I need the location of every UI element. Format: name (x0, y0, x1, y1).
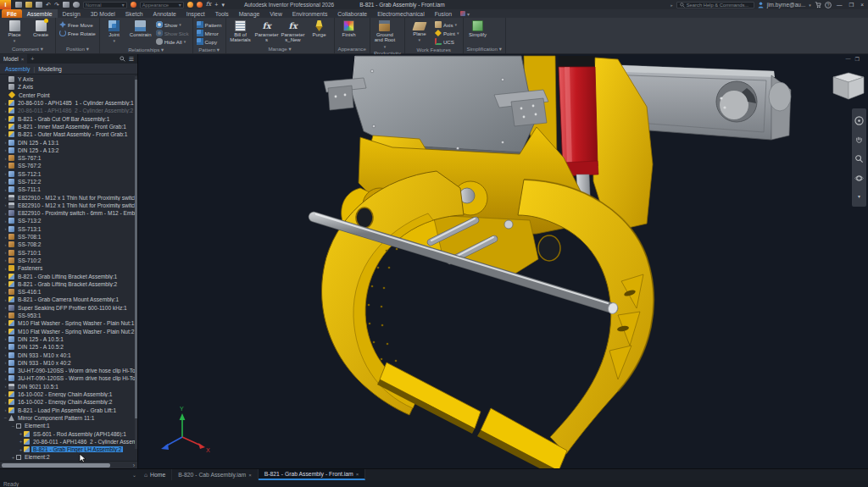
dropdown-chevron-icon[interactable]: ▾ (455, 22, 458, 27)
ribbon-button-free-rotate[interactable]: Free Rotate (58, 29, 97, 37)
tree-item[interactable]: ›B-821 - Load Pin Assembly - Grab Lift:1 (0, 406, 137, 413)
browser-menu-icon[interactable]: ☰ (129, 56, 134, 63)
ribbon-group-label-work-features[interactable]: Work Features (407, 46, 461, 54)
zoom-icon[interactable] (854, 154, 864, 163)
tree-expander-icon[interactable]: › (3, 180, 8, 185)
tree-item[interactable]: +Element:2 (0, 453, 137, 461)
ribbon-button-plane[interactable]: Plane▾ (407, 19, 432, 42)
ribbon-button-show[interactable]: Show▾ (154, 20, 191, 29)
tree-item[interactable]: Z Axis (0, 83, 137, 91)
tab-close-icon[interactable]: × (356, 472, 359, 477)
ribbon-tab-environments[interactable]: Environments (287, 9, 333, 18)
tree-item[interactable]: ›B-821 - Inner Mast Assembly - Front Gra… (0, 123, 137, 130)
tree-expander-icon[interactable]: › (3, 392, 8, 397)
tree-item[interactable]: ›B-821 - Grab Camera Mount Assembly:1 (0, 296, 137, 303)
tree-expander-icon[interactable]: › (3, 147, 8, 152)
ribbon-button-simplify[interactable]: Simplify (465, 19, 491, 37)
tree-expander-icon[interactable]: › (3, 336, 8, 341)
doc-restore-icon[interactable]: ❐ (855, 56, 860, 62)
ribbon-button-place[interactable]: Place▾ (2, 19, 27, 43)
ribbon-group-label-simplification[interactable]: Simplification ▾ (465, 45, 504, 53)
tree-expander-icon[interactable]: › (3, 368, 8, 374)
tab-close-icon[interactable]: × (248, 473, 252, 478)
ribbon-overflow-chevron-icon[interactable]: ▾ (467, 11, 470, 17)
ribbon-button-pattern[interactable]: Pattern (195, 20, 224, 29)
tree-item[interactable]: ›DIN 125 - A 13:1 (0, 138, 137, 146)
tree-item[interactable]: ›DIN 125 - A 10.5:2 (0, 343, 137, 351)
dropdown-chevron-icon[interactable]: ▾ (179, 22, 181, 27)
tree-expander-icon[interactable]: › (3, 297, 8, 302)
restore-button[interactable]: ❐ (847, 2, 855, 8)
dropdown-chevron-icon[interactable]: ▾ (419, 37, 421, 42)
ribbon-tab-3d-model[interactable]: 3D Model (86, 9, 120, 18)
tree-item[interactable]: ›SS-712:2 (0, 178, 137, 185)
tree-item[interactable]: ›20-86-011 - APH1486_2 - Cylinder Assemb… (0, 107, 137, 114)
tree-expander-icon[interactable]: › (3, 400, 8, 405)
tree-expander-icon[interactable]: › (3, 360, 8, 365)
tree-expander-icon[interactable]: › (3, 156, 8, 161)
tree-expander-icon[interactable]: › (3, 211, 8, 216)
tree-item[interactable]: ›SS-953:1 (0, 312, 137, 319)
ribbon-button-free-move[interactable]: Free Move (58, 20, 97, 29)
pan-icon[interactable] (854, 136, 864, 145)
ribbon-button-constrain[interactable]: Constrain (128, 19, 153, 37)
tree-item[interactable]: ›16-10-002 - Energy Chain Assembly:2 (0, 398, 137, 406)
ribbon-tab-tools[interactable]: Tools (210, 9, 234, 18)
browser-tab-add-icon[interactable]: + (27, 56, 37, 62)
tree-item[interactable]: ›E822910 - M12 x 1 Thin Nut for Proximit… (0, 202, 137, 209)
hscroll-right-arrow-icon[interactable]: › (133, 462, 137, 468)
tree-item[interactable]: ›SS-710:1 (0, 249, 137, 257)
help-icon[interactable]: ? (825, 2, 832, 8)
ribbon-tab-assemble[interactable]: Assemble (22, 9, 58, 18)
tree-item[interactable]: ›DIN 125 - A 10.5:1 (0, 335, 137, 343)
tree-item[interactable]: +20-86-011 - APH1486_2 - Cylinder Assemb… (0, 438, 137, 445)
tree-item[interactable]: ›Super Seaking DFP Profiler 600-1100 kHz… (0, 304, 137, 312)
tree-item[interactable]: ›SS-712:1 (0, 170, 137, 178)
tree-expander-icon[interactable]: › (3, 219, 8, 224)
tree-expander-icon[interactable]: − (3, 415, 8, 420)
tree-expander-icon[interactable]: › (3, 187, 8, 192)
color-sphere-icon[interactable] (187, 2, 193, 8)
ribbon-tab-view[interactable]: View (264, 9, 287, 18)
tree-item[interactable]: ›B-821 - Grab Lifting Bracket Assembly:1 (0, 272, 137, 279)
minimize-button[interactable]: — (835, 2, 844, 8)
browser-subtab-assembly[interactable]: Assembly (5, 66, 30, 72)
tree-item[interactable]: ›E822910 - Proximity switch - 6mm - M12 … (0, 209, 137, 217)
tree-item[interactable]: ›SS-708:1 (0, 233, 137, 241)
tree-expander-icon[interactable]: › (3, 108, 8, 113)
tree-item[interactable]: ›DIN 933 - M10 x 40:1 (0, 351, 137, 358)
tree-item[interactable]: ›SS-416:1 (0, 288, 137, 296)
ribbon-button-purge[interactable]: Purge (307, 19, 332, 37)
ribbon-button-point[interactable]: Point▾ (433, 29, 461, 37)
tree-expander-icon[interactable]: › (3, 171, 8, 176)
ribbon-button-mirror[interactable]: Mirror (195, 29, 224, 37)
tree-item[interactable]: ›SS-713:2 (0, 217, 137, 224)
tree-horizontal-scrollbar[interactable]: › (0, 461, 137, 468)
ribbon-tab-annotate[interactable]: Annotate (148, 9, 181, 18)
browser-tab-model[interactable]: Model × (0, 54, 27, 64)
dropdown-chevron-icon[interactable]: ▾ (457, 30, 459, 36)
ribbon-tab-file[interactable]: File (2, 9, 22, 18)
open-file-icon[interactable] (25, 2, 32, 8)
ribbon-button-parameters-new[interactable]: Parameters_New (281, 19, 306, 43)
tree-item[interactable]: ›20-86-010 - APH1485_1 - Cylinder Assemb… (0, 99, 137, 107)
tree-item[interactable]: ›B-821 - Grab Lifting Bracket Assembly:2 (0, 280, 137, 288)
tree-expander-icon[interactable]: › (3, 352, 8, 357)
tree-expander-icon[interactable]: › (3, 290, 8, 295)
search-input[interactable]: Search Help & Commands... (676, 2, 754, 8)
tree-expander-icon[interactable]: + (18, 447, 24, 452)
ribbon-tab-electromechanical[interactable]: Electromechanical (372, 9, 430, 18)
tree-item[interactable]: +B-821 - Grab Finger LH Assembly:2 (0, 445, 137, 453)
tree-expander-icon[interactable]: + (10, 455, 16, 460)
ribbon-group-label-position[interactable]: Position ▾ (58, 45, 97, 53)
measure-icon[interactable] (63, 2, 70, 8)
tree-item[interactable]: ›SS-711:1 (0, 185, 137, 193)
inventor-logo-icon[interactable]: I (0, 0, 11, 9)
ribbon-group-label-relationships[interactable]: Relationships ▾ (102, 46, 191, 54)
tree-expander-icon[interactable]: › (3, 226, 8, 231)
ribbon-button-ucs[interactable]: UCS (433, 37, 461, 46)
tree-expander-icon[interactable]: › (3, 305, 8, 310)
tree-expander-icon[interactable]: › (3, 313, 8, 318)
ribbon-button-parameters[interactable]: Parameters (254, 19, 280, 43)
tree-expander-icon[interactable]: › (3, 407, 8, 412)
